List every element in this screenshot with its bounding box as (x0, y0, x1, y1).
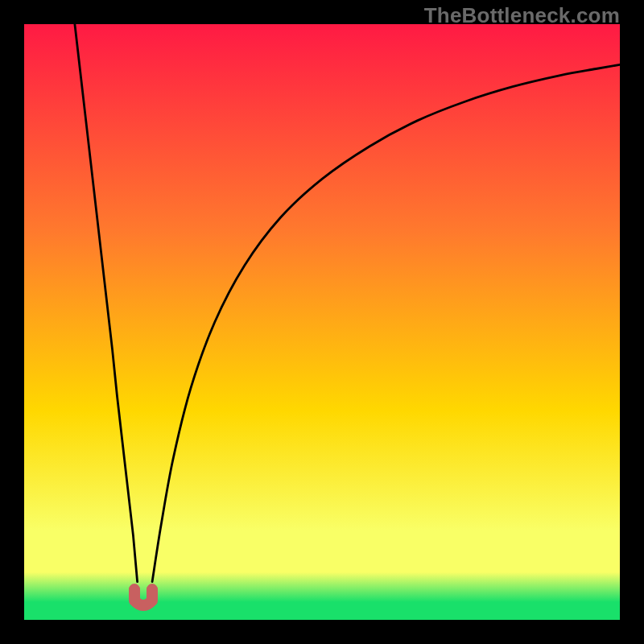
chart-plot-area (24, 24, 620, 620)
chart-background (24, 24, 620, 620)
watermark-text: TheBottleneck.com (424, 3, 620, 28)
chart-canvas (24, 24, 620, 620)
chart-frame: TheBottleneck.com (0, 0, 644, 644)
